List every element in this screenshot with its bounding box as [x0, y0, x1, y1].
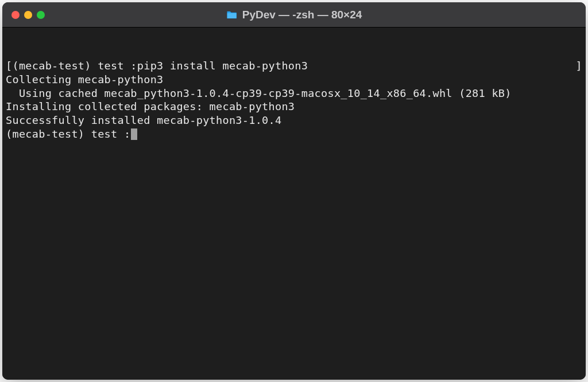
title-bar[interactable]: PyDev — -zsh — 80×24	[2, 2, 586, 28]
cursor	[131, 128, 137, 140]
traffic-lights	[11, 11, 45, 19]
terminal-line: Using cached mecab_python3-1.0.4-cp39-cp…	[6, 87, 582, 100]
terminal-text: ]	[576, 59, 582, 73]
window-title-group: PyDev — -zsh — 80×24	[226, 9, 362, 21]
terminal-text: [(mecab-test) test :pip3 install mecab-p…	[6, 59, 308, 73]
minimize-button[interactable]	[24, 11, 32, 19]
maximize-button[interactable]	[37, 11, 45, 19]
terminal-body[interactable]: [(mecab-test) test :pip3 install mecab-p…	[2, 28, 586, 380]
terminal-line: Successfully installed mecab-python3-1.0…	[6, 114, 582, 127]
terminal-line: Collecting mecab-python3	[6, 73, 582, 87]
terminal-line: (mecab-test) test :	[6, 127, 582, 141]
terminal-window: PyDev — -zsh — 80×24 [(mecab-test) test …	[2, 2, 586, 380]
terminal-prompt: (mecab-test) test :	[6, 128, 130, 140]
window-title: PyDev — -zsh — 80×24	[242, 9, 362, 21]
close-button[interactable]	[11, 11, 20, 19]
folder-icon	[226, 10, 238, 20]
terminal-line: [(mecab-test) test :pip3 install mecab-p…	[6, 59, 582, 73]
terminal-line: Installing collected packages: mecab-pyt…	[6, 100, 582, 114]
